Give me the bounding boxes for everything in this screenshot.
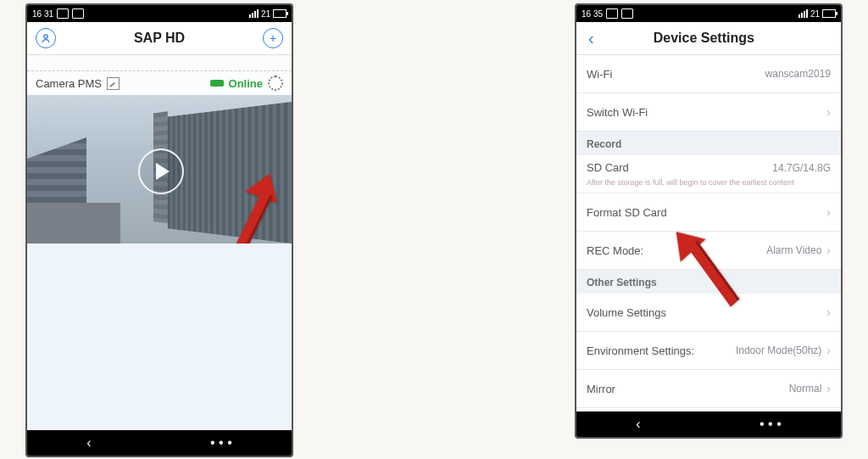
row-mirror[interactable]: Mirror Normal › bbox=[576, 370, 841, 408]
image-icon bbox=[72, 8, 84, 19]
chevron-right-icon: › bbox=[826, 305, 831, 319]
row-osd[interactable]: OSD bbox=[576, 408, 841, 411]
edit-icon[interactable] bbox=[107, 77, 120, 90]
camera-preview[interactable] bbox=[27, 95, 292, 243]
status-bar: 16 35 21 bbox=[576, 5, 841, 22]
account-icon[interactable] bbox=[36, 28, 56, 48]
signal-icon bbox=[249, 9, 259, 18]
row-volume[interactable]: Volume Settings › bbox=[576, 294, 841, 332]
chevron-right-icon: › bbox=[826, 344, 831, 357]
sdcard-label: SD Card bbox=[587, 161, 629, 174]
system-nav: ‹ • • • bbox=[576, 411, 841, 437]
battery-icon bbox=[822, 9, 836, 18]
mirror-value: Normal bbox=[789, 383, 822, 395]
battery-small-icon bbox=[210, 80, 224, 87]
phone-right: 16 35 21 ‹ Device Settings Wi-Fi wanscam… bbox=[575, 3, 843, 439]
battery-icon bbox=[273, 9, 287, 18]
app-title: SAP HD bbox=[134, 31, 185, 46]
app-header: ‹ Device Settings bbox=[576, 22, 841, 55]
row-sdcard[interactable]: SD Card 14.7G/14.8G After the storage is… bbox=[576, 155, 841, 193]
spacer bbox=[27, 55, 292, 71]
wifi-label: Wi-Fi bbox=[587, 68, 612, 81]
format-label: Format SD Card bbox=[587, 206, 667, 219]
image-icon bbox=[621, 8, 633, 19]
status-battery-pct: 21 bbox=[810, 9, 820, 19]
section-other: Other Settings bbox=[576, 270, 841, 294]
nav-menu[interactable]: • • • bbox=[210, 435, 232, 451]
chevron-right-icon: › bbox=[826, 105, 831, 119]
svg-point-0 bbox=[44, 35, 47, 38]
status-time: 16 35 bbox=[581, 9, 603, 19]
row-format-sd[interactable]: Format SD Card › bbox=[576, 193, 841, 232]
nav-menu[interactable]: • • • bbox=[760, 417, 782, 432]
chat-icon bbox=[57, 8, 69, 19]
sdcard-value: 14.7G/14.8G bbox=[772, 162, 831, 174]
env-value: Indoor Mode(50hz) bbox=[736, 344, 821, 356]
empty-area bbox=[27, 243, 292, 430]
volume-label: Volume Settings bbox=[587, 306, 666, 319]
chat-icon bbox=[606, 8, 618, 19]
page-title: Device Settings bbox=[654, 31, 754, 46]
chevron-right-icon: › bbox=[826, 243, 831, 257]
settings-list: Wi-Fi wanscam2019 Switch Wi-Fi › Record … bbox=[576, 55, 841, 411]
row-rec-mode[interactable]: REC Mode: Alarm Video › bbox=[576, 232, 841, 270]
sdcard-note: After the storage is full, will begin to… bbox=[587, 178, 831, 187]
switch-wifi-label: Switch Wi-Fi bbox=[587, 106, 648, 119]
chevron-right-icon: › bbox=[826, 205, 831, 219]
row-switch-wifi[interactable]: Switch Wi-Fi › bbox=[576, 93, 841, 132]
recmode-label: REC Mode: bbox=[587, 244, 643, 257]
phone-left: 16 31 21 SAP HD + Camera PMS Online bbox=[25, 3, 293, 457]
signal-icon bbox=[798, 9, 808, 18]
chevron-right-icon: › bbox=[826, 382, 831, 395]
status-battery-pct: 21 bbox=[261, 9, 270, 19]
nav-back[interactable]: ‹ bbox=[636, 417, 640, 432]
camera-row: Camera PMS Online bbox=[27, 71, 292, 95]
gear-icon[interactable] bbox=[268, 76, 283, 91]
env-label: Environment Settings: bbox=[587, 344, 694, 357]
nav-back[interactable]: ‹ bbox=[86, 435, 91, 451]
section-record: Record bbox=[576, 132, 841, 155]
row-wifi[interactable]: Wi-Fi wanscam2019 bbox=[576, 55, 841, 93]
status-bar: 16 31 21 bbox=[27, 5, 292, 22]
camera-status: Online bbox=[229, 77, 263, 90]
mirror-label: Mirror bbox=[587, 383, 615, 395]
wifi-value: wanscam2019 bbox=[765, 68, 831, 80]
system-nav: ‹ • • • bbox=[27, 430, 292, 456]
status-time: 16 31 bbox=[32, 9, 53, 19]
back-button[interactable]: ‹ bbox=[585, 29, 594, 48]
add-button[interactable]: + bbox=[263, 28, 283, 48]
camera-name: Camera PMS bbox=[36, 77, 102, 90]
row-environment[interactable]: Environment Settings: Indoor Mode(50hz) … bbox=[576, 332, 841, 370]
preview-building-right bbox=[168, 102, 292, 243]
play-button[interactable] bbox=[138, 148, 184, 194]
recmode-value: Alarm Video bbox=[766, 244, 821, 256]
preview-ground bbox=[27, 203, 120, 243]
app-header: SAP HD + bbox=[27, 22, 292, 55]
